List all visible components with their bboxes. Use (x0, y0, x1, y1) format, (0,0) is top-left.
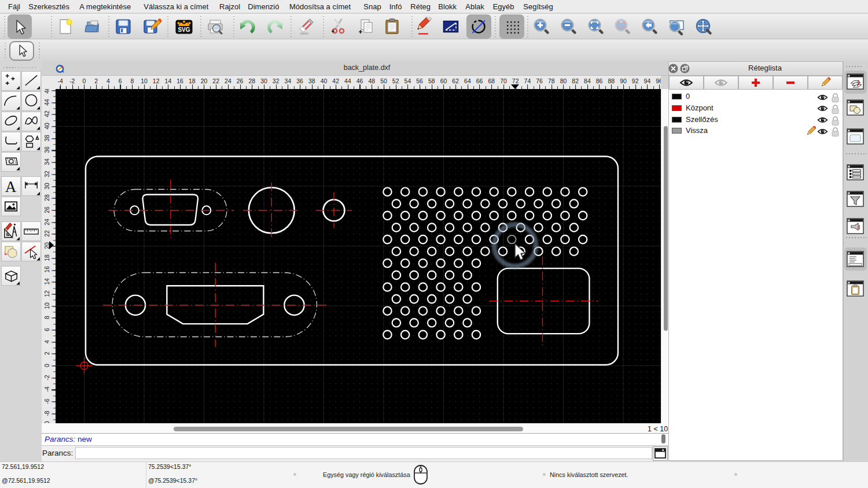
svg-text:SVG: SVG (178, 27, 190, 33)
svg-text:A: A (5, 178, 16, 195)
